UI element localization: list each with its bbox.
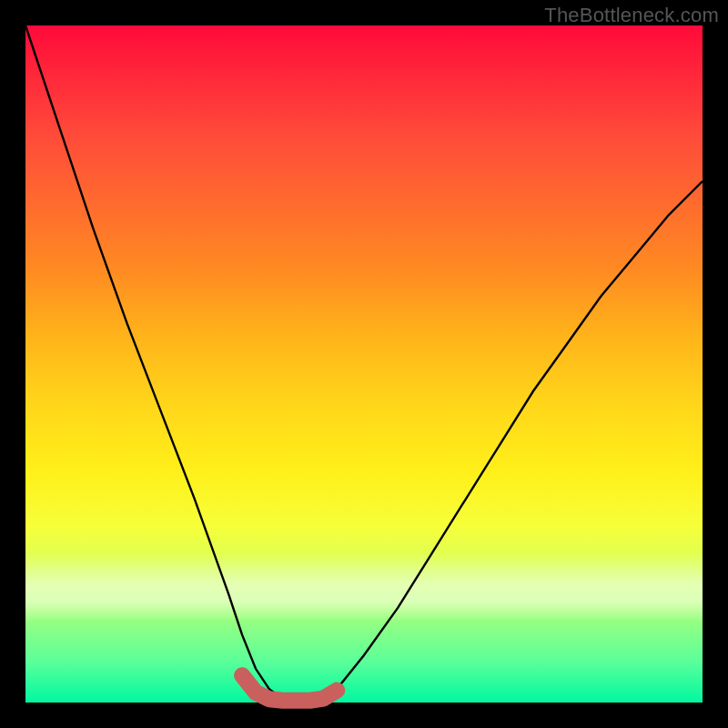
curve-layer xyxy=(25,25,703,703)
bottleneck-curve xyxy=(25,25,703,703)
watermark-text: TheBottleneck.com xyxy=(544,4,719,27)
chart-frame: TheBottleneck.com xyxy=(0,0,728,728)
plot-area xyxy=(25,25,703,703)
bottleneck-flat-marker xyxy=(242,675,337,701)
